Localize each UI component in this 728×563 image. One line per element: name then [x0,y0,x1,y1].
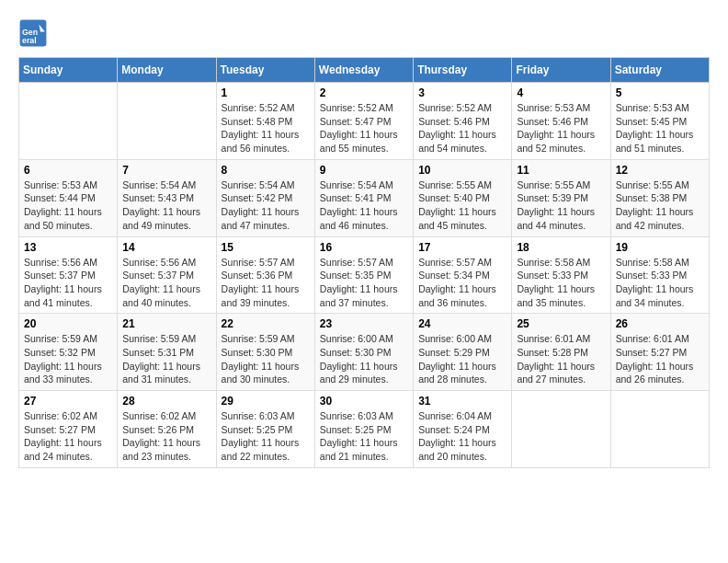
day-info: Sunrise: 6:00 AMSunset: 5:30 PMDaylight:… [320,332,408,386]
day-info: Sunrise: 5:59 AMSunset: 5:31 PMDaylight:… [122,332,210,386]
calendar-week-row: 1Sunrise: 5:52 AMSunset: 5:48 PMDaylight… [19,83,710,160]
day-number: 11 [517,164,605,177]
calendar-cell: 27Sunrise: 6:02 AMSunset: 5:27 PMDayligh… [19,391,118,468]
day-number: 31 [418,395,506,408]
day-info: Sunrise: 5:52 AMSunset: 5:47 PMDaylight:… [320,101,408,155]
calendar-cell: 21Sunrise: 5:59 AMSunset: 5:31 PMDayligh… [118,314,216,391]
day-number: 7 [122,164,210,177]
day-number: 27 [24,395,112,408]
day-info: Sunrise: 5:57 AMSunset: 5:35 PMDaylight:… [320,256,408,310]
calendar-cell [19,83,118,160]
day-info: Sunrise: 5:59 AMSunset: 5:30 PMDaylight:… [222,332,310,386]
weekday-header: Sunday [19,58,118,83]
weekday-header: Thursday [414,58,512,83]
calendar-cell: 25Sunrise: 6:01 AMSunset: 5:28 PMDayligh… [512,314,610,391]
day-info: Sunrise: 5:56 AMSunset: 5:37 PMDaylight:… [122,256,210,310]
logo: Gen eral [18,18,53,48]
day-number: 14 [122,241,210,254]
calendar-cell: 13Sunrise: 5:56 AMSunset: 5:37 PMDayligh… [19,236,118,314]
calendar-cell: 11Sunrise: 5:55 AMSunset: 5:39 PMDayligh… [512,159,610,236]
day-info: Sunrise: 5:59 AMSunset: 5:32 PMDaylight:… [24,332,112,386]
day-number: 9 [320,164,408,177]
day-info: Sunrise: 5:58 AMSunset: 5:33 PMDaylight:… [517,256,605,310]
calendar-cell: 31Sunrise: 6:04 AMSunset: 5:24 PMDayligh… [414,391,512,468]
day-number: 30 [320,395,408,408]
day-number: 22 [222,317,310,330]
day-info: Sunrise: 5:54 AMSunset: 5:41 PMDaylight:… [320,178,408,233]
page-header: Gen eral [18,18,710,48]
calendar-header-row: SundayMondayTuesdayWednesdayThursdayFrid… [19,58,710,83]
calendar-cell: 4Sunrise: 5:53 AMSunset: 5:46 PMDaylight… [512,83,610,160]
day-number: 6 [24,164,112,177]
calendar-cell: 19Sunrise: 5:58 AMSunset: 5:33 PMDayligh… [610,236,709,314]
day-number: 17 [418,241,506,254]
logo-icon: Gen eral [18,18,48,48]
calendar-cell: 28Sunrise: 6:02 AMSunset: 5:26 PMDayligh… [118,391,216,468]
weekday-header: Saturday [610,58,709,83]
calendar-cell: 10Sunrise: 5:55 AMSunset: 5:40 PMDayligh… [414,159,512,236]
calendar-cell: 16Sunrise: 5:57 AMSunset: 5:35 PMDayligh… [314,236,413,314]
calendar-cell: 2Sunrise: 5:52 AMSunset: 5:47 PMDaylight… [314,83,413,160]
calendar-cell: 3Sunrise: 5:52 AMSunset: 5:46 PMDaylight… [414,83,512,160]
weekday-header: Monday [118,58,216,83]
day-info: Sunrise: 5:54 AMSunset: 5:43 PMDaylight:… [122,178,210,233]
day-info: Sunrise: 5:55 AMSunset: 5:40 PMDaylight:… [418,178,506,233]
day-number: 19 [616,241,704,254]
calendar-cell [512,391,610,468]
day-info: Sunrise: 5:52 AMSunset: 5:48 PMDaylight:… [222,101,310,155]
calendar-cell: 30Sunrise: 6:03 AMSunset: 5:25 PMDayligh… [314,391,413,468]
day-number: 3 [418,86,506,99]
day-number: 15 [222,241,310,254]
day-number: 29 [222,395,310,408]
calendar-cell: 22Sunrise: 5:59 AMSunset: 5:30 PMDayligh… [216,314,314,391]
calendar-cell: 26Sunrise: 6:01 AMSunset: 5:27 PMDayligh… [610,314,709,391]
weekday-header: Friday [512,58,610,83]
day-number: 26 [616,317,704,330]
calendar-cell: 24Sunrise: 6:00 AMSunset: 5:29 PMDayligh… [414,314,512,391]
day-number: 28 [122,395,210,408]
calendar-cell: 18Sunrise: 5:58 AMSunset: 5:33 PMDayligh… [512,236,610,314]
day-number: 18 [517,241,605,254]
day-number: 2 [320,86,408,99]
svg-text:eral: eral [22,36,37,45]
calendar-cell: 8Sunrise: 5:54 AMSunset: 5:42 PMDaylight… [216,159,314,236]
calendar-week-row: 6Sunrise: 5:53 AMSunset: 5:44 PMDaylight… [19,159,710,236]
day-info: Sunrise: 5:58 AMSunset: 5:33 PMDaylight:… [616,256,704,310]
calendar-week-row: 27Sunrise: 6:02 AMSunset: 5:27 PMDayligh… [19,391,710,468]
calendar-cell: 1Sunrise: 5:52 AMSunset: 5:48 PMDaylight… [216,83,314,160]
day-number: 8 [222,164,310,177]
day-info: Sunrise: 6:03 AMSunset: 5:25 PMDaylight:… [222,409,310,464]
calendar-cell: 14Sunrise: 5:56 AMSunset: 5:37 PMDayligh… [118,236,216,314]
calendar-cell: 29Sunrise: 6:03 AMSunset: 5:25 PMDayligh… [216,391,314,468]
day-info: Sunrise: 5:55 AMSunset: 5:39 PMDaylight:… [517,178,605,233]
calendar-week-row: 20Sunrise: 5:59 AMSunset: 5:32 PMDayligh… [19,314,710,391]
calendar-cell: 23Sunrise: 6:00 AMSunset: 5:30 PMDayligh… [314,314,413,391]
day-number: 25 [517,317,605,330]
day-number: 16 [320,241,408,254]
day-number: 23 [320,317,408,330]
calendar-cell: 20Sunrise: 5:59 AMSunset: 5:32 PMDayligh… [19,314,118,391]
calendar-cell [118,83,216,160]
calendar-cell: 17Sunrise: 5:57 AMSunset: 5:34 PMDayligh… [414,236,512,314]
day-number: 13 [24,241,112,254]
day-info: Sunrise: 5:57 AMSunset: 5:34 PMDaylight:… [418,256,506,310]
weekday-header: Wednesday [314,58,413,83]
day-info: Sunrise: 5:53 AMSunset: 5:45 PMDaylight:… [616,101,704,155]
day-info: Sunrise: 5:53 AMSunset: 5:46 PMDaylight:… [517,101,605,155]
day-number: 5 [616,86,704,99]
calendar-table: SundayMondayTuesdayWednesdayThursdayFrid… [18,57,710,468]
day-info: Sunrise: 6:02 AMSunset: 5:27 PMDaylight:… [24,409,112,464]
calendar-cell: 5Sunrise: 5:53 AMSunset: 5:45 PMDaylight… [610,83,709,160]
day-info: Sunrise: 6:01 AMSunset: 5:28 PMDaylight:… [517,332,605,386]
day-info: Sunrise: 5:57 AMSunset: 5:36 PMDaylight:… [222,256,310,310]
day-info: Sunrise: 5:53 AMSunset: 5:44 PMDaylight:… [24,178,112,233]
day-info: Sunrise: 6:01 AMSunset: 5:27 PMDaylight:… [616,332,704,386]
day-info: Sunrise: 5:54 AMSunset: 5:42 PMDaylight:… [222,178,310,233]
day-number: 10 [418,164,506,177]
calendar-week-row: 13Sunrise: 5:56 AMSunset: 5:37 PMDayligh… [19,236,710,314]
day-number: 12 [616,164,704,177]
calendar-cell: 9Sunrise: 5:54 AMSunset: 5:41 PMDaylight… [314,159,413,236]
day-number: 4 [517,86,605,99]
calendar-cell: 7Sunrise: 5:54 AMSunset: 5:43 PMDaylight… [118,159,216,236]
svg-text:Gen: Gen [22,28,38,37]
